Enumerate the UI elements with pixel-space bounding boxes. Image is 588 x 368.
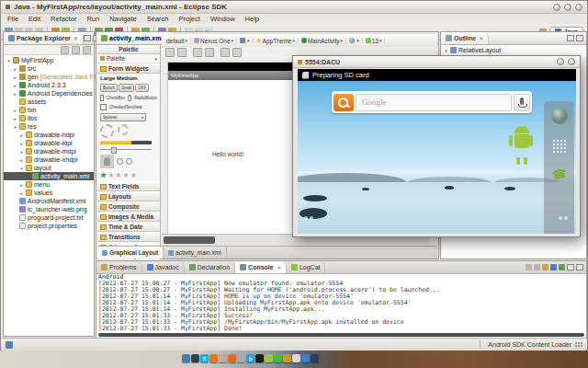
console-toolbar-icon[interactable] (550, 264, 557, 270)
config-dropdown[interactable]: Nexus One ▾ (191, 38, 237, 44)
tree-item[interactable]: ▸ drawable-ldpi (4, 139, 94, 147)
maximize-button[interactable] (564, 4, 571, 11)
dock-icon[interactable] (219, 354, 227, 362)
palette-progress-circles[interactable] (100, 124, 157, 138)
maximize-view-icon[interactable] (576, 264, 583, 270)
palette-button-item[interactable]: OFF (135, 84, 149, 92)
config-dropdown[interactable]: 13 ▾ (363, 38, 386, 44)
menu-item[interactable]: Window (209, 15, 236, 23)
palette-ratingbar-item[interactable]: ★★★★★ (100, 171, 157, 179)
tree-item[interactable]: ▸ values (4, 189, 94, 197)
tree-item[interactable]: AndroidManifest.xml (4, 197, 94, 205)
dock-icon[interactable] (301, 354, 310, 362)
palette-subheader[interactable]: Palette ▾ (97, 54, 160, 63)
console-toolbar-icon[interactable] (559, 264, 565, 270)
emulator-titlebar[interactable]: 5554:DACU (293, 56, 580, 68)
palette-spinner-item[interactable]: Spinner ▾ (100, 113, 146, 121)
expand-arrow-icon[interactable]: ▸ (13, 91, 17, 97)
search-icon[interactable] (334, 94, 354, 111)
tree-item[interactable]: assets (4, 98, 94, 106)
config-dropdown[interactable]: MainActivity ▾ (299, 38, 346, 44)
tree-item[interactable]: ▸ drawable-mdpi (4, 147, 94, 155)
expand-arrow-icon[interactable]: ▾ (13, 124, 17, 130)
tree-item[interactable]: ▾ layout (4, 164, 94, 172)
collapse-all-icon[interactable] (61, 46, 69, 54)
expand-arrow-icon[interactable]: ▸ (19, 157, 24, 163)
palette-section[interactable]: Composite (97, 201, 160, 212)
browser-icon[interactable] (551, 108, 568, 124)
palette-radio-label[interactable]: RadioButton (134, 96, 157, 100)
package-explorer-tab[interactable]: Package Explorer ✕ (4, 32, 84, 44)
checkbox-icon[interactable] (100, 95, 104, 101)
zoom-options-icon[interactable] (205, 48, 214, 57)
palette-section[interactable]: Layouts (97, 191, 160, 201)
view-menu-icon[interactable] (83, 46, 91, 54)
palette-section[interactable]: Transitions (97, 232, 160, 242)
resize-grip[interactable] (575, 342, 582, 347)
editor-mode-tab[interactable]: Graphical Layout (97, 247, 164, 259)
dock-icon[interactable] (274, 354, 282, 362)
phone-icon[interactable]: ☎ (550, 167, 568, 183)
minimize-view-icon[interactable] (84, 35, 91, 41)
expand-arrow-icon[interactable]: ▸ (13, 75, 17, 80)
minimize-view-icon[interactable] (567, 264, 574, 270)
minimize-view-icon[interactable] (567, 35, 574, 41)
close-button[interactable] (575, 4, 582, 11)
console-toolbar-icon[interactable] (534, 264, 540, 270)
app-drawer-icon[interactable] (552, 139, 566, 153)
dock-icon[interactable]: S (200, 354, 209, 362)
expand-arrow-icon[interactable]: ▸ (19, 132, 24, 138)
console-toolbar-icon[interactable] (542, 264, 548, 270)
view-tab[interactable]: Console (235, 261, 287, 273)
palette-section[interactable]: Images & Media (97, 212, 160, 222)
view-tab[interactable]: Problems (96, 261, 142, 273)
expand-arrow-icon[interactable]: ▸ (13, 108, 17, 113)
menu-item[interactable]: Project (178, 15, 201, 23)
editor-mode-tab[interactable]: activity_main.xml (164, 247, 226, 259)
palette-checkedtextview-row[interactable]: CheckedTextView (100, 104, 157, 110)
dock-icon[interactable] (209, 354, 218, 362)
palette-section[interactable]: Time & Date (97, 222, 160, 232)
tree-item[interactable]: ▸ Android 2.3.3 (4, 81, 94, 89)
tree-item[interactable]: ▸ libs (4, 114, 94, 122)
dock-icon[interactable] (237, 354, 245, 362)
tree-item[interactable]: ▸ gen [Generated Java Files] (4, 73, 94, 81)
config-dropdown[interactable]: ▾ (346, 38, 363, 43)
expand-arrow-icon[interactable]: ▾ (444, 48, 448, 53)
menu-item[interactable]: Search (146, 15, 170, 23)
config-dropdown[interactable]: AppTheme ▾ (254, 38, 299, 44)
tree-item[interactable]: ▾ RelativeLayout (441, 46, 586, 54)
menu-item[interactable]: Help (244, 15, 260, 23)
search-input[interactable]: Google (356, 94, 512, 111)
google-search-widget[interactable]: Google (332, 91, 532, 113)
tree-item[interactable]: ▸ bin (4, 106, 94, 114)
palette-button-item[interactable]: Small (119, 84, 134, 92)
expand-arrow-icon[interactable]: ▾ (6, 58, 11, 63)
properties-toggle-icon[interactable] (232, 48, 242, 57)
menu-item[interactable]: Run (85, 15, 100, 23)
close-icon[interactable]: ✕ (479, 35, 483, 41)
dock-icon[interactable] (182, 354, 190, 362)
tree-item[interactable]: activity_main.xml (4, 172, 94, 180)
menu-item[interactable]: File (6, 15, 19, 23)
view-tab[interactable]: LogCat (287, 261, 326, 273)
menu-item[interactable]: Navigate (108, 15, 138, 23)
portrait-icon[interactable] (177, 48, 187, 57)
expand-arrow-icon[interactable]: ▸ (19, 182, 24, 188)
palette-section[interactable]: Text Fields (97, 181, 160, 191)
palette-textview-item[interactable]: Large Medium (100, 75, 157, 81)
expand-arrow-icon[interactable]: ▸ (13, 83, 17, 88)
tree-item[interactable]: ▾ res (4, 122, 94, 131)
outline-tab[interactable]: Outline ✕ (441, 32, 489, 44)
dock-icon[interactable] (292, 354, 300, 362)
palette-checkbox-label[interactable]: CheckBox (107, 96, 126, 100)
tree-item[interactable]: ▸ Android Dependencies (4, 89, 94, 98)
view-tab[interactable]: Javadoc (142, 261, 185, 273)
tree-item[interactable]: ic_launcher-web.png (4, 205, 94, 213)
palette-header[interactable]: Palette (97, 45, 160, 54)
expand-arrow-icon[interactable]: ▾ (19, 166, 24, 171)
console-scrollbar[interactable] (98, 333, 584, 337)
menu-item[interactable]: Edit (28, 15, 41, 23)
minimize-button[interactable] (557, 58, 564, 65)
emulator-window[interactable]: 5554:DACU Preparing SD card (292, 55, 581, 237)
